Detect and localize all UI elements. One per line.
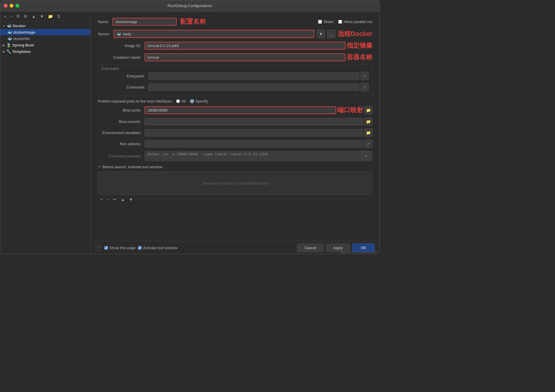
before-launch-toolbar: + − ✏ ▲ ▼ — [98, 195, 372, 204]
sidebar-item-docker-label: Docker — [13, 24, 26, 28]
bind-ports-folder-button[interactable]: 📁 — [364, 106, 372, 114]
server-dropdown-button[interactable]: ▼ — [317, 30, 325, 38]
executable-label: Executable — [102, 67, 369, 71]
entrypoint-input[interactable] — [148, 72, 359, 80]
main-container: + − ⧉ ⚙ ▲ ▼ 📁 ⇅ ▼ 🐳 Docker 🐳 dockerimage — [0, 11, 379, 254]
run-options-input[interactable] — [145, 140, 363, 148]
radio-all-label[interactable]: All — [176, 99, 185, 103]
executable-section: Executable Entrypoint: ⤢ Command: ⤢ — [98, 65, 372, 96]
entrypoint-expand-button[interactable]: ⤢ — [360, 72, 369, 80]
server-label: Server: — [98, 32, 110, 36]
before-launch-area: There are no tasks to run before launch — [98, 171, 372, 195]
cancel-button[interactable]: Cancel — [297, 244, 323, 252]
sidebar-item-spring-boot[interactable]: ▶ 🍃 Spring Boot — [0, 42, 91, 48]
env-vars-folder-button[interactable]: 📁 — [364, 129, 372, 137]
help-button[interactable]: ? — [96, 245, 102, 251]
bind-mounts-input[interactable] — [145, 118, 363, 125]
show-page-checkbox-label[interactable]: Show this page — [104, 246, 136, 250]
publish-ports-label: Publish exposed ports to the host interf… — [98, 99, 173, 103]
command-row: Command: ⤢ — [102, 83, 369, 91]
bind-ports-row: Bind ports: 端口映射 📁 — [98, 106, 372, 115]
up-config-button[interactable]: ▲ — [30, 13, 37, 19]
name-annotation: 配置名称 — [180, 17, 206, 26]
sidebar-item-spring-boot-label: Spring Boot — [12, 43, 34, 47]
server-more-button[interactable]: … — [327, 30, 335, 38]
env-vars-row: Environment variables: 📁 — [98, 129, 372, 137]
command-input[interactable] — [148, 84, 359, 91]
window-controls[interactable] — [4, 4, 19, 8]
before-launch-label: Before launch: Activate tool window — [103, 165, 162, 169]
image-id-annotation: 指定镜像 — [347, 41, 372, 50]
run-options-expand-button[interactable]: ⤢ — [364, 140, 372, 148]
remove-config-button[interactable]: − — [9, 13, 14, 19]
docker-sub-icon: 🐳 — [7, 30, 12, 34]
bind-mounts-row: Bind mounts: 📁 — [98, 117, 372, 126]
sidebar-tree: ▼ 🐳 Docker 🐳 dockerimage 🐳 dockerfile ▶ … — [0, 21, 91, 254]
command-expand-button[interactable]: ⤢ — [360, 83, 369, 91]
before-launch-add-button[interactable]: + — [99, 197, 104, 202]
copy-config-button[interactable]: ⧉ — [15, 13, 21, 19]
server-row: Server: 🐳 hedy ▼ … 远程Docker — [98, 30, 372, 38]
chevron-before-launch-icon: ▼ — [98, 165, 101, 169]
sidebar-item-dockerimage[interactable]: 🐳 dockerimage — [0, 29, 91, 35]
before-launch-section: ▼ Before launch: Activate tool window Th… — [98, 165, 372, 204]
radio-all[interactable] — [176, 99, 180, 103]
env-vars-input[interactable] — [145, 129, 363, 136]
before-launch-edit-button[interactable]: ✏ — [112, 197, 118, 202]
maximize-button[interactable] — [15, 4, 19, 8]
sidebar-item-dockerfile-label: dockerfile — [13, 37, 30, 41]
dropdown-config-button[interactable]: ▼ — [39, 13, 45, 19]
minimize-button[interactable] — [10, 4, 13, 8]
container-name-annotation: 容器名称 — [347, 53, 372, 62]
name-row: Name: 配置名称 Share Allow parallel run — [98, 17, 372, 26]
container-name-input-wrap: 容器名称 — [145, 53, 372, 62]
name-input-wrap: 配置名称 — [112, 17, 318, 26]
wrench-config-button[interactable]: ⚙ — [22, 13, 29, 19]
spring-icon: 🍃 — [6, 43, 11, 47]
command-preview-value: docker run -p 18080:8080 --name tomcat t… — [147, 152, 268, 156]
env-vars-label: Environment variables: — [98, 131, 145, 135]
command-preview-expand-button[interactable]: ⤢ — [362, 152, 370, 160]
image-id-input-wrap: 指定镜像 — [145, 41, 372, 50]
sidebar-toolbar: + − ⧉ ⚙ ▲ ▼ 📁 ⇅ — [0, 11, 91, 21]
share-checkbox-label[interactable]: Share — [318, 20, 334, 24]
allow-parallel-checkbox[interactable] — [338, 20, 342, 24]
sidebar-item-templates-label: Templates — [12, 49, 31, 54]
command-preview-label: Command preview: — [98, 154, 145, 158]
activate-tool-checkbox-label[interactable]: Activate tool window — [138, 246, 178, 250]
radio-specify-label[interactable]: Specify — [190, 99, 208, 103]
container-name-input[interactable] — [145, 53, 346, 61]
sidebar-item-templates[interactable]: ▶ 🔧 Templates — [0, 48, 91, 55]
allow-parallel-checkbox-label[interactable]: Allow parallel run — [338, 20, 372, 24]
share-checkbox[interactable] — [318, 20, 322, 24]
close-button[interactable] — [4, 4, 8, 8]
server-select[interactable]: 🐳 hedy — [114, 30, 315, 38]
folder-config-button[interactable]: 📁 — [47, 13, 54, 19]
run-options-row: Run options: ⤢ — [98, 140, 372, 148]
before-launch-down-button[interactable]: ▼ — [128, 197, 134, 202]
image-id-label: Image ID: — [98, 44, 145, 48]
checkboxes-row: Share Allow parallel run — [318, 20, 372, 24]
bind-mounts-folder-button[interactable]: 📁 — [364, 117, 372, 126]
radio-specify[interactable] — [190, 99, 194, 103]
add-config-button[interactable]: + — [3, 13, 7, 19]
before-launch-remove-button[interactable]: − — [105, 197, 110, 202]
before-launch-up-button[interactable]: ▲ — [119, 197, 126, 202]
run-options-label: Run options: — [98, 142, 145, 146]
dockerfile-icon: 🐳 — [7, 36, 12, 41]
sidebar-item-docker[interactable]: ▼ 🐳 Docker — [0, 22, 91, 29]
activate-tool-checkbox[interactable] — [138, 246, 142, 250]
bind-ports-label: Bind ports: — [98, 108, 145, 112]
bind-ports-input[interactable] — [145, 106, 336, 114]
sort-config-button[interactable]: ⇅ — [56, 13, 62, 19]
chevron-right-icon: ▶ — [3, 44, 5, 47]
before-launch-empty-text: There are no tasks to run before launch — [202, 181, 268, 185]
window-title: Run/Debug Configurations — [167, 4, 212, 8]
sidebar-item-dockerfile[interactable]: 🐳 dockerfile — [0, 35, 91, 42]
image-id-input[interactable] — [145, 42, 346, 50]
docker-server-icon: 🐳 — [117, 32, 121, 36]
name-input[interactable] — [112, 18, 177, 26]
bind-mounts-input-wrap: 📁 — [145, 117, 372, 126]
entrypoint-input-wrap: ⤢ — [148, 72, 369, 80]
show-page-checkbox[interactable] — [104, 246, 108, 250]
